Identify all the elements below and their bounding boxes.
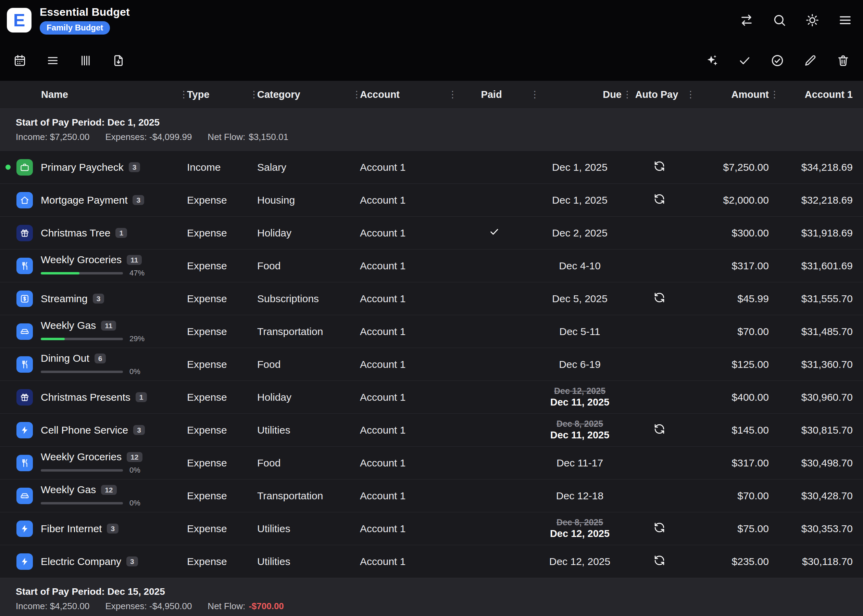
car-icon <box>16 488 33 504</box>
table-row[interactable]: Cell Phone Service3 Expense Utilities Ac… <box>0 414 863 446</box>
table-row[interactable]: Weekly Gas11 29% Expense Transportation … <box>0 315 863 348</box>
paid-cell[interactable] <box>450 282 532 315</box>
table-row[interactable]: Christmas Presents1 Expense Holiday Acco… <box>0 381 863 414</box>
column-header-autopay[interactable]: Auto Pay <box>625 81 688 108</box>
paid-cell[interactable] <box>450 348 532 380</box>
count-badge: 3 <box>93 294 104 303</box>
paid-cell[interactable] <box>450 545 532 578</box>
columns-button[interactable] <box>76 51 95 70</box>
paid-cell[interactable] <box>450 479 532 512</box>
column-header-type[interactable]: Type <box>181 81 252 108</box>
due-date-old: Dec 8, 2025 <box>556 518 603 527</box>
table-row[interactable]: Weekly Groceries12 0% Expense Food Accou… <box>0 446 863 479</box>
ai-assist-button[interactable] <box>702 51 721 70</box>
balance-cell: $30,118.70 <box>772 545 863 578</box>
mark-paid-button[interactable] <box>768 51 787 70</box>
expenses-summary: Expenses: -$4,099.99 <box>105 132 192 142</box>
column-header-name[interactable]: Name <box>0 81 181 108</box>
list-view-button[interactable] <box>43 51 62 70</box>
pencil-icon <box>804 54 817 67</box>
export-file-button[interactable] <box>109 51 128 70</box>
columns-icon <box>79 54 92 67</box>
table-row[interactable]: Streaming3 Expense Subscriptions Account… <box>0 282 863 315</box>
account-cell: Account 1 <box>354 512 450 545</box>
car-icon <box>16 324 33 340</box>
due-date: Dec 6-19 <box>559 359 601 370</box>
table-row[interactable]: Christmas Tree1 Expense Holiday Account … <box>0 217 863 250</box>
netflow-label: Net Flow: <box>208 601 245 611</box>
name-stack: Weekly Groceries11 47% <box>41 254 145 278</box>
type-cell: Expense <box>181 315 252 348</box>
type-cell: Expense <box>181 512 252 545</box>
select-button[interactable] <box>735 51 754 70</box>
due-date: Dec 4-10 <box>559 260 601 271</box>
paid-cell[interactable] <box>450 315 532 348</box>
column-header-account[interactable]: Account <box>354 81 450 108</box>
account-cell: Account 1 <box>354 414 450 446</box>
paid-cell[interactable] <box>450 151 532 184</box>
account-cell: Account 1 <box>354 282 450 315</box>
account-cell: Account 1 <box>354 315 450 348</box>
table-row[interactable]: Primary Paycheck3 Income Salary Account … <box>0 151 863 184</box>
autopay-cell <box>625 512 688 545</box>
balance-cell: $31,601.69 <box>772 250 863 282</box>
table-row[interactable]: Dining Out6 0% Expense Food Account 1 De… <box>0 348 863 381</box>
bolt-icon <box>16 520 33 537</box>
paid-cell[interactable] <box>450 184 532 216</box>
row-name: Fiber Internet <box>41 523 102 534</box>
netflow-label: Net Flow: <box>208 132 245 142</box>
amount-cell: $317.00 <box>688 446 772 479</box>
progress-bar <box>41 502 123 504</box>
app-logo[interactable]: E <box>7 8 31 33</box>
row-name: Christmas Presents <box>41 391 131 403</box>
paid-cell[interactable] <box>450 414 532 446</box>
budget-app: E Essential Budget Family Budget <box>0 0 863 616</box>
column-header-account1[interactable]: Account 1 <box>772 81 863 108</box>
calendar-view-button[interactable] <box>10 51 30 70</box>
autopay-cell <box>625 414 688 446</box>
progress-bar <box>41 272 123 275</box>
paid-cell[interactable] <box>450 512 532 545</box>
name-stack: Electric Company3 <box>41 556 138 567</box>
table-row[interactable]: Weekly Gas12 0% Expense Transportation A… <box>0 479 863 512</box>
paid-cell[interactable] <box>450 250 532 282</box>
column-header-due[interactable]: Due <box>532 81 625 108</box>
name-cell: Weekly Gas11 29% <box>0 315 181 348</box>
type-cell: Expense <box>181 446 252 479</box>
table-row[interactable]: Fiber Internet3 Expense Utilities Accoun… <box>0 512 863 545</box>
name-cell: Christmas Presents1 <box>0 381 181 413</box>
sparkles-icon <box>705 54 718 68</box>
sun-icon <box>805 13 819 27</box>
table-row[interactable]: Weekly Groceries11 47% Expense Food Acco… <box>0 250 863 282</box>
swap-accounts-button[interactable] <box>737 11 756 30</box>
paid-cell[interactable] <box>450 446 532 479</box>
table-row[interactable]: Mortgage Payment3 Expense Housing Accoun… <box>0 184 863 217</box>
netflow-summary: Net Flow:$3,150.01 <box>208 132 288 142</box>
due-cell: Dec 1, 2025 <box>532 184 625 216</box>
due-cell: Dec 1, 2025 <box>532 151 625 184</box>
table-toolbar <box>0 40 863 81</box>
due-cell: Dec 11-17 <box>532 446 625 479</box>
budget-name-badge[interactable]: Family Budget <box>40 21 110 35</box>
category-cell: Subscriptions <box>252 282 354 315</box>
column-header-category[interactable]: Category <box>252 81 354 108</box>
category-cell: Holiday <box>252 217 354 249</box>
autopay-cell <box>625 184 688 216</box>
balance-cell: $30,960.70 <box>772 381 863 413</box>
account-cell: Account 1 <box>354 446 450 479</box>
toolbar-left <box>10 51 128 70</box>
menu-button[interactable] <box>836 11 855 30</box>
paid-cell[interactable] <box>450 217 532 249</box>
search-button[interactable] <box>770 11 789 30</box>
column-header-paid[interactable]: Paid <box>450 81 532 108</box>
theme-toggle-button[interactable] <box>803 11 822 30</box>
paid-cell[interactable] <box>450 381 532 413</box>
account-cell: Account 1 <box>354 184 450 216</box>
edit-button[interactable] <box>801 51 820 70</box>
table-row[interactable]: Electric Company3 Expense Utilities Acco… <box>0 545 863 578</box>
income-summary: Income: $4,250.00 <box>16 601 90 611</box>
autopay-cell <box>625 479 688 512</box>
column-header-amount[interactable]: Amount <box>688 81 772 108</box>
delete-button[interactable] <box>833 51 853 70</box>
due-cell: Dec 12, 2025 <box>532 545 625 578</box>
